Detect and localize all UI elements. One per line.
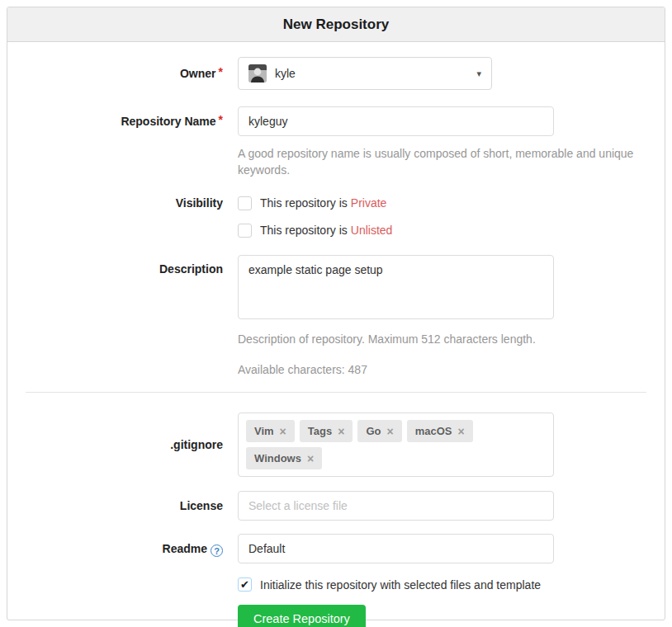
unlisted-checkbox-line: This repository is Unlisted (238, 224, 646, 238)
page-title: New Repository (283, 16, 389, 33)
available-characters: Available characters: 487 (238, 361, 634, 378)
submit-row: Create Repository (26, 605, 646, 627)
gitignore-tag: Go × (357, 420, 401, 442)
tag-label: Windows (254, 452, 301, 464)
remove-tag-icon[interactable]: × (338, 426, 344, 437)
remove-tag-icon[interactable]: × (457, 426, 464, 437)
remove-tag-icon[interactable]: × (280, 426, 286, 437)
gitignore-tag: Tags × (300, 420, 353, 442)
gitignore-multiselect[interactable]: Vim × Tags × Go × macOS × (238, 412, 554, 477)
initialize-checkbox[interactable]: ✔ (238, 578, 252, 592)
unlisted-checkbox[interactable] (238, 224, 252, 238)
repository-name-help-row: A good repository name is usually compos… (26, 145, 646, 179)
repository-name-label: Repository Name* (26, 115, 238, 128)
gitignore-tag: Vim × (246, 420, 295, 442)
new-repository-panel: New Repository Owner* kyle (7, 7, 665, 620)
description-help-row: Description of repository. Maximum 512 c… (26, 331, 646, 347)
initialize-checkbox-text: Initialize this repository with selected… (260, 578, 541, 592)
private-checkbox-text: This repository is (260, 196, 348, 210)
initialize-checkbox-line: ✔ Initialize this repository with select… (238, 578, 646, 592)
available-characters-row: Available characters: 487 (26, 361, 646, 378)
readme-input[interactable] (238, 534, 554, 563)
initialize-row: ✔ Initialize this repository with select… (26, 578, 646, 592)
private-checkbox[interactable] (238, 196, 252, 210)
tag-label: Vim (254, 425, 274, 437)
owner-selected-value: kyle (275, 67, 296, 80)
description-textarea[interactable]: example static page setup (238, 255, 554, 319)
tag-label: Go (366, 425, 381, 437)
visibility-row: Visibility This repository is Private Th… (26, 196, 646, 238)
license-row: License (26, 491, 646, 521)
remove-tag-icon[interactable]: × (386, 426, 393, 437)
description-help: Description of repository. Maximum 512 c… (238, 331, 634, 347)
chevron-down-icon: ▾ (476, 68, 481, 79)
license-input[interactable] (238, 491, 554, 521)
tag-label: macOS (415, 425, 452, 437)
repository-name-help: A good repository name is usually compos… (238, 145, 634, 179)
owner-dropdown[interactable]: kyle ▾ (238, 57, 492, 90)
private-highlight: Private (351, 196, 387, 210)
readme-row: Readme? (26, 534, 646, 563)
gitignore-label: .gitignore (26, 438, 238, 451)
repository-name-row: Repository Name* (26, 106, 646, 136)
gitignore-tag: Windows × (246, 447, 322, 469)
unlisted-highlight: Unlisted (351, 224, 393, 237)
panel-header: New Repository (7, 7, 665, 42)
owner-row: Owner* kyle ▾ (26, 57, 646, 90)
readme-label: Readme? (26, 542, 238, 556)
description-label: Description (26, 255, 238, 276)
required-asterisk: * (219, 113, 223, 126)
description-row: Description example static page setup (26, 255, 646, 322)
owner-label: Owner* (26, 67, 238, 80)
new-repository-form: Owner* kyle ▾ (7, 42, 665, 627)
owner-avatar (248, 64, 267, 82)
visibility-label: Visibility (26, 196, 238, 210)
remove-tag-icon[interactable]: × (307, 453, 314, 464)
help-circle-icon[interactable]: ? (211, 544, 223, 557)
license-label: License (26, 499, 238, 512)
required-asterisk: * (219, 65, 223, 78)
section-divider (26, 392, 646, 393)
gitignore-tag: macOS × (407, 420, 473, 442)
gitignore-row: .gitignore Vim × Tags × Go × (26, 412, 646, 477)
tag-label: Tags (308, 425, 332, 437)
create-repository-button[interactable]: Create Repository (238, 605, 366, 627)
unlisted-checkbox-text: This repository is (260, 224, 348, 237)
repository-name-input[interactable] (238, 106, 554, 136)
private-checkbox-line: This repository is Private (238, 196, 646, 210)
